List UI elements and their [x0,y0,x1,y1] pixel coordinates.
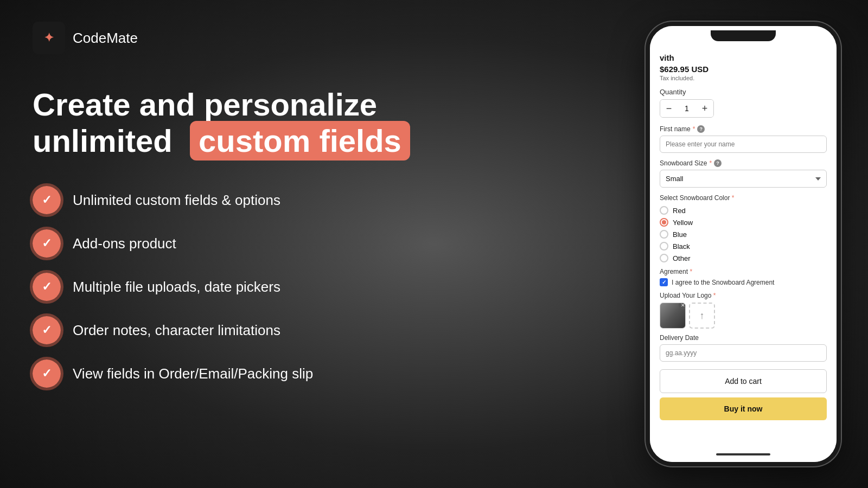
check-icon-1: ✓ [42,193,52,207]
check-badge-4: ✓ [33,316,61,344]
check-badge-5: ✓ [33,359,61,388]
agreement-text: I agree to the Snowboard Agrement [672,279,774,286]
first-name-label: First name * ? [660,125,827,133]
radio-label-blue: Blue [673,230,687,239]
agreement-checkbox-row[interactable]: ✓ I agree to the Snowboard Agrement [660,278,827,286]
color-option-blue[interactable]: Blue [660,230,827,239]
features-list: ✓ Unlimited custom fields & options ✓ Ad… [33,186,608,388]
remove-upload-button[interactable]: ✕ [679,303,686,310]
quantity-value: 1 [678,104,696,113]
color-option-red[interactable]: Red [660,206,827,215]
headline-line2-prefix: unlimited [33,123,173,158]
phone-bottom-bar [650,447,837,462]
agreement-section: Agrement * ✓ I agree to the Snowboard Ag… [660,268,827,286]
feature-item-5: ✓ View fields in Order/Email/Packing sli… [33,359,608,388]
phone-content: vith $629.95 USD Tax included. Quantity … [650,46,837,447]
check-badge-3: ✓ [33,273,61,301]
delivery-date-input[interactable] [660,344,827,362]
buy-now-button[interactable]: Buy it now [660,397,827,420]
phone-notch-area [650,26,837,46]
feature-item-4: ✓ Order notes, character limitations [33,316,608,344]
quantity-control: − 1 + [660,99,714,118]
feature-item-2: ✓ Add-ons product [33,229,608,258]
quantity-decrement-button[interactable]: − [660,100,678,117]
product-title: vith [660,53,827,62]
brand-name: CodeMate [73,30,138,47]
agreement-checkbox[interactable]: ✓ [660,278,668,286]
logo-box: ✦ [33,22,65,54]
color-option-black[interactable]: Black [660,242,827,251]
product-price: $629.95 USD [660,65,827,74]
radio-circle-black [660,242,668,251]
snowboard-size-label: Snowboard Size * ? [660,159,827,167]
feature-text-4: Order notes, character limitations [73,322,280,339]
radio-label-black: Black [673,242,690,251]
feature-text-1: Unlimited custom fields & options [73,192,280,209]
radio-label-red: Red [673,207,686,215]
feature-item-1: ✓ Unlimited custom fields & options [33,186,608,214]
tax-note: Tax included. [660,75,827,81]
quantity-label: Quantity [660,88,827,96]
upload-section: Upload Your Logo * ✕ ↑ [660,292,827,329]
phone-frame: vith $629.95 USD Tax included. Quantity … [646,22,841,466]
radio-circle-red [660,206,668,215]
quantity-increment-button[interactable]: + [696,100,713,117]
radio-dot-yellow [662,220,666,224]
headline-line1: Create and personalize [33,87,377,122]
upload-button[interactable]: ↑ [689,303,715,329]
logo-icon: ✦ [44,31,54,45]
headline-highlight: custom fields [190,121,410,160]
color-option-yellow[interactable]: Yellow [660,218,827,227]
add-to-cart-button[interactable]: Add to cart [660,369,827,393]
feature-item-3: ✓ Multiple file uploads, date pickers [33,273,608,301]
check-badge-2: ✓ [33,229,61,258]
feature-text-2: Add-ons product [73,235,176,252]
feature-text-3: Multiple file uploads, date pickers [73,279,280,296]
upload-area: ✕ ↑ [660,303,827,329]
date-section: Delivery Date [660,334,827,362]
first-name-help-icon[interactable]: ? [697,125,705,133]
radio-label-other: Other [673,254,691,262]
delivery-date-label: Delivery Date [660,334,827,342]
color-option-other[interactable]: Other [660,254,827,262]
logo-area: ✦ CodeMate [33,22,608,54]
right-panel: vith $629.95 USD Tax included. Quantity … [640,0,868,488]
headline: Create and personalize unlimited custom … [33,87,608,159]
radio-label-yellow: Yellow [673,219,693,227]
first-name-input[interactable] [660,136,827,153]
check-icon-4: ✓ [42,323,52,337]
radio-circle-yellow [660,218,668,227]
uploaded-thumbnail: ✕ [660,303,686,329]
phone-notch [711,30,776,41]
radio-circle-other [660,254,668,262]
left-panel: ✦ CodeMate Create and personalize unlimi… [0,0,640,488]
check-badge-1: ✓ [33,186,61,214]
agreement-label: Agrement * [660,268,827,275]
check-icon-2: ✓ [42,236,52,251]
checkbox-check-icon: ✓ [662,279,666,285]
home-indicator [716,453,770,455]
check-icon-3: ✓ [42,280,52,294]
upload-label: Upload Your Logo * [660,292,827,299]
radio-circle-blue [660,230,668,239]
color-section-label: Select Snowboard Color * [660,194,827,202]
snowboard-size-help-icon[interactable]: ? [714,159,722,167]
check-icon-5: ✓ [42,367,52,381]
snowboard-size-select[interactable]: Small Medium Large XL [660,170,827,188]
feature-text-5: View fields in Order/Email/Packing slip [73,365,313,382]
